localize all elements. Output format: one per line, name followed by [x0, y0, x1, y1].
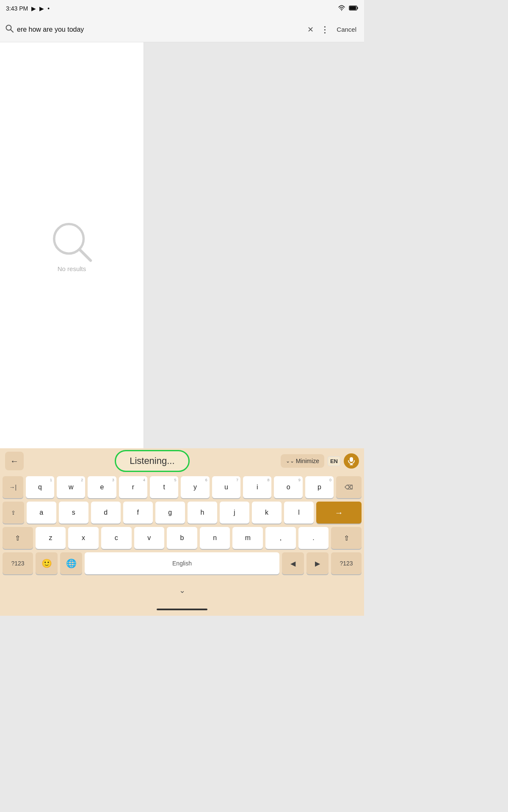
home-indicator	[0, 603, 364, 616]
key-row-2: ⇪ a s d f g h j k l →	[3, 502, 362, 524]
search-icon	[5, 24, 14, 35]
status-bar: 3:43 PM ▶ ▶ •	[0, 0, 364, 17]
key-row-3: ⇧ z x c v b n m , . ⇧	[3, 527, 362, 549]
key-y[interactable]: y6	[181, 476, 209, 498]
youtube-icon: ▶	[31, 5, 36, 12]
numbers-key-left[interactable]: ?123	[3, 552, 33, 574]
youtube-music-icon: ▶	[39, 5, 44, 12]
capslock-key[interactable]: ⇪	[3, 502, 24, 524]
time-display: 3:43 PM	[6, 5, 28, 12]
shift-key-right[interactable]: ⇧	[331, 527, 362, 549]
back-button[interactable]: ←	[5, 452, 24, 470]
main-content: No results	[0, 42, 364, 448]
status-bar-left: 3:43 PM ▶ ▶ •	[6, 5, 50, 12]
minimize-button[interactable]: ⌄⌄ Minimize	[281, 454, 324, 468]
key-period[interactable]: .	[298, 527, 329, 549]
key-f[interactable]: f	[123, 502, 153, 524]
left-panel: No results	[0, 42, 144, 448]
space-key[interactable]: English	[85, 552, 279, 574]
tab-key[interactable]: →|	[3, 476, 23, 498]
shift-key-left[interactable]: ⇧	[3, 527, 33, 549]
emoji-key[interactable]: 🙂	[36, 552, 58, 574]
key-m[interactable]: m	[232, 527, 263, 549]
key-c[interactable]: c	[101, 527, 132, 549]
svg-point-0	[341, 10, 342, 11]
keyboard: ← Listening... ⌄⌄ Minimize EN	[0, 448, 364, 616]
listening-indicator: Listening...	[115, 450, 189, 472]
toolbar-right: ⌄⌄ Minimize EN	[281, 453, 359, 469]
key-n[interactable]: n	[200, 527, 230, 549]
search-bar: ✕ ⋮ Cancel	[0, 17, 364, 42]
key-s[interactable]: s	[59, 502, 88, 524]
key-v[interactable]: v	[134, 527, 165, 549]
listening-text: Listening...	[130, 455, 174, 466]
language-badge: EN	[328, 456, 340, 466]
search-input[interactable]	[17, 26, 302, 33]
more-options-button[interactable]: ⋮	[319, 23, 331, 36]
keyboard-toolbar: ← Listening... ⌄⌄ Minimize EN	[0, 448, 364, 474]
search-clear-button[interactable]: ✕	[306, 23, 315, 36]
key-h[interactable]: h	[188, 502, 217, 524]
svg-rect-2	[350, 6, 356, 10]
minimize-label: Minimize	[296, 458, 319, 464]
key-g[interactable]: g	[155, 502, 185, 524]
cursor-left-key[interactable]: ◀	[282, 552, 304, 574]
key-row-4: ?123 🙂 🌐 English ◀ ▶ ?123	[3, 552, 362, 574]
dot-icon: •	[47, 5, 50, 12]
signal-icon	[338, 5, 345, 12]
key-e[interactable]: e3	[88, 476, 116, 498]
no-results-icon	[49, 219, 95, 265]
microphone-button[interactable]	[344, 453, 359, 469]
cancel-button[interactable]: Cancel	[334, 24, 359, 35]
keys-area: →| q1 w2 e3 r4 t5 y6 u7 i8 o9 p0 ⌫ ⇪ a s…	[0, 474, 364, 574]
key-z[interactable]: z	[36, 527, 66, 549]
home-bar	[157, 609, 207, 610]
minimize-chevron-icon: ⌄⌄	[286, 458, 294, 464]
key-q[interactable]: q1	[26, 476, 54, 498]
key-j[interactable]: j	[220, 502, 249, 524]
key-t[interactable]: t5	[150, 476, 178, 498]
key-comma[interactable]: ,	[265, 527, 296, 549]
battery-icon	[349, 5, 358, 12]
globe-key[interactable]: 🌐	[60, 552, 82, 574]
right-panel	[144, 42, 364, 448]
svg-line-7	[80, 250, 91, 261]
status-bar-right	[338, 5, 358, 12]
keyboard-bottom-bar: ⌄	[0, 578, 364, 603]
key-l[interactable]: l	[284, 502, 314, 524]
backspace-key[interactable]: ⌫	[336, 476, 362, 498]
no-results-text: No results	[58, 265, 86, 272]
key-u[interactable]: u7	[212, 476, 240, 498]
enter-key[interactable]: →	[316, 502, 362, 524]
svg-rect-8	[350, 457, 353, 462]
collapse-keyboard-icon[interactable]: ⌄	[179, 586, 185, 595]
key-row-1: →| q1 w2 e3 r4 t5 y6 u7 i8 o9 p0 ⌫	[3, 476, 362, 498]
key-x[interactable]: x	[68, 527, 99, 549]
key-i[interactable]: i8	[243, 476, 271, 498]
key-r[interactable]: r4	[119, 476, 147, 498]
key-p[interactable]: p0	[305, 476, 334, 498]
key-b[interactable]: b	[167, 527, 197, 549]
key-o[interactable]: o9	[274, 476, 302, 498]
numbers-key-right[interactable]: ?123	[331, 552, 362, 574]
svg-rect-3	[357, 7, 358, 9]
key-d[interactable]: d	[91, 502, 121, 524]
cursor-right-key[interactable]: ▶	[306, 552, 329, 574]
svg-line-5	[11, 30, 13, 32]
key-k[interactable]: k	[252, 502, 282, 524]
listening-bubble: Listening...	[115, 450, 189, 472]
key-a[interactable]: a	[27, 502, 56, 524]
key-w[interactable]: w2	[57, 476, 85, 498]
